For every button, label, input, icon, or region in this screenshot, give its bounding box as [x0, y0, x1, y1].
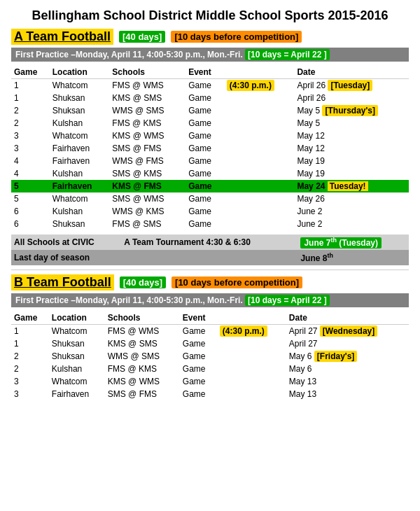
- cell-date: April 26: [294, 92, 409, 104]
- first-practice-a-team: First Practice –Monday, April 11, 4:00-5…: [11, 48, 409, 62]
- cell-location: Kulshan: [49, 363, 105, 375]
- cell-game: 5: [11, 192, 50, 205]
- schedule-table-a-team: GameLocationSchoolsEventDate1WhatcomFMS …: [11, 66, 409, 230]
- cell-extra: (4:30 p.m.): [217, 325, 286, 338]
- cell-schools: SMS @ KMS: [109, 167, 186, 180]
- cell-date: June 2: [294, 205, 409, 218]
- col-header-4: [217, 312, 286, 325]
- cell-schools: SMS @ FMS: [109, 142, 186, 155]
- cell-game: 1: [11, 337, 49, 350]
- tournament-label: All Schools at CIVIC: [11, 234, 121, 250]
- cell-location: Whatcom: [49, 375, 105, 388]
- table-row: 1ShuksanKMS @ SMSGameApril 27: [11, 337, 409, 350]
- cell-game: 3: [11, 375, 49, 388]
- extra-badge: (4:30 p.m.): [227, 80, 274, 91]
- cell-date: May 13: [286, 388, 409, 400]
- cell-location: Whatcom: [50, 130, 110, 142]
- cell-game: 1: [11, 92, 50, 104]
- table-row: 6ShuksanFMS @ SMSGameJune 2: [11, 218, 409, 230]
- cell-event: Game: [186, 180, 224, 192]
- cell-game: 4: [11, 167, 50, 180]
- col-header-1: Location: [50, 66, 110, 79]
- col-header-5: Date: [294, 66, 409, 79]
- cell-location: Fairhaven: [50, 155, 110, 167]
- cell-event: Game: [186, 142, 224, 155]
- col-header-3: Event: [180, 312, 217, 325]
- col-header-2: Schools: [105, 312, 180, 325]
- badge-10-a-team: [10 days before competition]: [171, 31, 302, 43]
- cell-schools: WMS @ FMS: [109, 155, 186, 167]
- cell-date: May 5: [294, 117, 409, 130]
- schedule-table-b-team: GameLocationSchoolsEventDate1WhatcomFMS …: [11, 312, 409, 400]
- badge-10-b-team: [10 days before competition]: [172, 276, 302, 288]
- page-title: Bellingham School District Middle School…: [11, 8, 409, 23]
- tournament-event: A Team Tournament 4:30 & 6:30: [121, 234, 290, 250]
- date-badge: [Wednesday]: [320, 326, 377, 337]
- cell-schools: SMS @ WMS: [109, 192, 186, 205]
- col-header-0: Game: [11, 312, 49, 325]
- table-row: 2KulshanFMS @ KMSGameMay 5: [11, 117, 409, 130]
- cell-date: May 24 Tuesday!: [294, 180, 409, 192]
- cell-date: May 12: [294, 142, 409, 155]
- table-row: 5FairhavenKMS @ FMSGameMay 24 Tuesday!: [11, 180, 409, 192]
- cell-schools: KMS @ WMS: [109, 130, 186, 142]
- col-header-5: Date: [286, 312, 409, 325]
- cell-event: Game: [186, 104, 224, 117]
- tournament-row: All Schools at CIVIC A Team Tournament 4…: [11, 234, 409, 250]
- cell-extra: [224, 142, 295, 155]
- cell-extra: [224, 92, 295, 104]
- cell-date: May 26: [294, 192, 409, 205]
- cell-location: Kulshan: [50, 167, 110, 180]
- cell-schools: KMS @ SMS: [105, 337, 180, 350]
- table-row: 5WhatcomSMS @ WMSGameMay 26: [11, 192, 409, 205]
- cell-location: Shuksan: [49, 337, 105, 350]
- cell-date: June 2: [294, 218, 409, 230]
- cell-game: 6: [11, 205, 50, 218]
- cell-extra: [217, 363, 286, 375]
- cell-schools: KMS @ WMS: [105, 375, 180, 388]
- cell-game: 1: [11, 79, 50, 92]
- cell-location: Kulshan: [50, 117, 110, 130]
- cell-event: Game: [180, 375, 217, 388]
- cell-event: Game: [180, 388, 217, 400]
- cell-extra: [224, 205, 295, 218]
- cell-location: Whatcom: [50, 79, 110, 92]
- cell-date: May 12: [294, 130, 409, 142]
- cell-schools: FMS @ WMS: [105, 325, 180, 338]
- cell-extra: [217, 388, 286, 400]
- cell-event: Game: [180, 325, 217, 338]
- cell-date: April 26 [Tuesday]: [294, 79, 409, 92]
- cell-game: 4: [11, 155, 50, 167]
- cell-schools: FMS @ SMS: [109, 218, 186, 230]
- cell-event: Game: [180, 337, 217, 350]
- cell-date: May 19: [294, 167, 409, 180]
- cell-game: 2: [11, 363, 49, 375]
- first-practice-b-team: First Practice –Monday, April 11, 4:00-5…: [11, 293, 409, 307]
- cell-extra: [224, 104, 295, 117]
- table-row: 3WhatcomKMS @ WMSGameMay 13: [11, 375, 409, 388]
- cell-extra: [224, 117, 295, 130]
- table-row: 2ShuksanWMS @ SMSGameMay 6 [Friday's]: [11, 350, 409, 363]
- table-row: 4FairhavenWMS @ FMSGameMay 19: [11, 155, 409, 167]
- date-badge: [Thursday's]: [322, 105, 378, 116]
- cell-event: Game: [180, 350, 217, 363]
- cell-game: 3: [11, 130, 50, 142]
- cell-schools: KMS @ SMS: [109, 92, 186, 104]
- tournament-date: June 7th (Tuesday): [298, 234, 409, 250]
- table-row: 3FairhavenSMS @ FMSGameMay 12: [11, 142, 409, 155]
- cell-date: May 19: [294, 155, 409, 167]
- cell-game: 2: [11, 350, 49, 363]
- cell-location: Shuksan: [49, 350, 105, 363]
- cell-schools: WMS @ SMS: [109, 104, 186, 117]
- table-row: 4KulshanSMS @ KMSGameMay 19: [11, 167, 409, 180]
- cell-date: May 5 [Thursday's]: [294, 104, 409, 117]
- cell-date: May 6 [Friday's]: [286, 350, 409, 363]
- col-header-4: [224, 66, 295, 79]
- badge-40-b-team: [40 days]: [120, 276, 166, 288]
- table-row: 2KulshanFMS @ KMSGameMay 6: [11, 363, 409, 375]
- cell-extra: [217, 350, 286, 363]
- table-row: 1WhatcomFMS @ WMSGame(4:30 p.m.)April 26…: [11, 79, 409, 92]
- cell-schools: WMS @ KMS: [109, 205, 186, 218]
- team-header-b-team: B Team Football [40 days] [10 days befor…: [11, 274, 409, 290]
- cell-location: Fairhaven: [50, 142, 110, 155]
